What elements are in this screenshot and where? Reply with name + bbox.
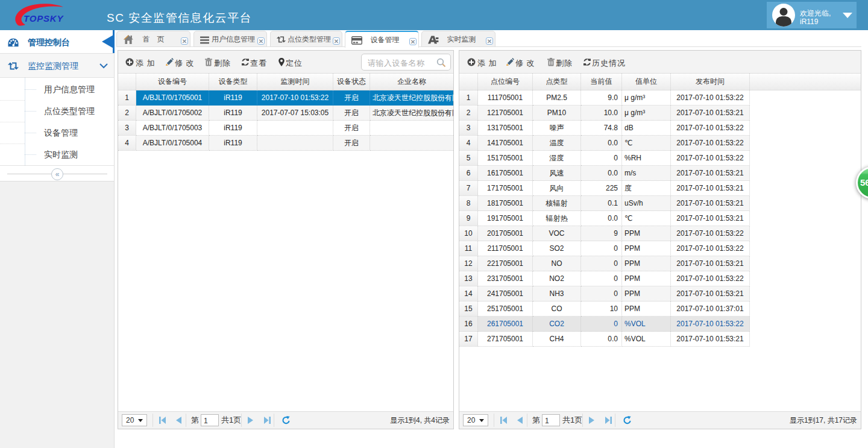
svg-text:TOPSKY: TOPSKY (24, 13, 64, 24)
